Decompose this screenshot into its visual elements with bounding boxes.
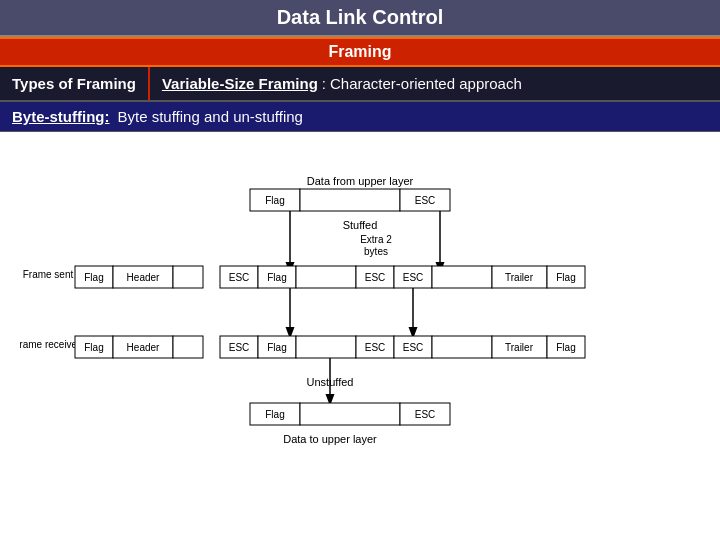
types-of-framing-label: Types of Framing	[0, 67, 150, 100]
svg-text:bytes: bytes	[364, 246, 388, 257]
svg-rect-26	[432, 266, 492, 288]
svg-text:Flag: Flag	[556, 272, 575, 283]
variable-size-framing-box: Variable-Size Framing : Character-orient…	[150, 67, 534, 100]
svg-text:ESC: ESC	[229, 342, 250, 353]
framing-label: Framing	[328, 43, 391, 60]
svg-text:ESC: ESC	[415, 409, 436, 420]
svg-text:Flag: Flag	[84, 272, 103, 283]
byte-stuffing-diagram: Data from upper layer Flag ESC Stuffed E…	[20, 171, 700, 501]
svg-text:Header: Header	[127, 342, 160, 353]
svg-text:Frame sent: Frame sent	[23, 269, 74, 280]
page-title: Data Link Control	[277, 6, 444, 28]
svg-text:Trailer: Trailer	[505, 342, 534, 353]
types-row: Types of Framing Variable-Size Framing :…	[0, 67, 720, 102]
svg-rect-57	[300, 403, 400, 425]
diagram-area: Data from upper layer Flag ESC Stuffed E…	[0, 132, 720, 540]
svg-rect-38	[173, 336, 203, 358]
byte-stuffing-label: Byte-stuffing:	[12, 108, 110, 125]
svg-rect-43	[296, 336, 356, 358]
svg-text:Extra 2: Extra 2	[360, 234, 392, 245]
svg-text:Data from upper layer: Data from upper layer	[307, 175, 414, 187]
framing-bar: Framing	[0, 37, 720, 67]
svg-text:Flag: Flag	[556, 342, 575, 353]
svg-rect-21	[296, 266, 356, 288]
byte-stuffing-desc: Byte stuffing and un-stuffing	[118, 108, 303, 125]
svg-text:ESC: ESC	[365, 272, 386, 283]
svg-rect-3	[300, 189, 400, 211]
svg-text:ESC: ESC	[403, 272, 424, 283]
svg-text:Flag: Flag	[267, 272, 286, 283]
svg-text:ESC: ESC	[229, 272, 250, 283]
svg-rect-16	[173, 266, 203, 288]
svg-text:Stuffed: Stuffed	[343, 219, 378, 231]
variable-size-label: Variable-Size Framing	[162, 75, 318, 92]
colon: :	[322, 75, 326, 92]
byte-stuffing-row: Byte-stuffing: Byte stuffing and un-stuf…	[0, 102, 720, 132]
svg-text:Flag: Flag	[265, 195, 284, 206]
svg-rect-48	[432, 336, 492, 358]
svg-text:Flag: Flag	[84, 342, 103, 353]
svg-text:Trailer: Trailer	[505, 272, 534, 283]
svg-text:Frame received: Frame received	[20, 339, 83, 350]
svg-text:ESC: ESC	[403, 342, 424, 353]
svg-text:ESC: ESC	[415, 195, 436, 206]
title-bar: Data Link Control	[0, 0, 720, 37]
svg-text:Flag: Flag	[265, 409, 284, 420]
svg-text:ESC: ESC	[365, 342, 386, 353]
page-container: Data Link Control Framing Types of Frami…	[0, 0, 720, 540]
character-oriented-text: Character-oriented approach	[330, 75, 522, 92]
svg-text:Data to upper layer: Data to upper layer	[283, 433, 377, 445]
svg-text:Header: Header	[127, 272, 160, 283]
svg-text:Flag: Flag	[267, 342, 286, 353]
